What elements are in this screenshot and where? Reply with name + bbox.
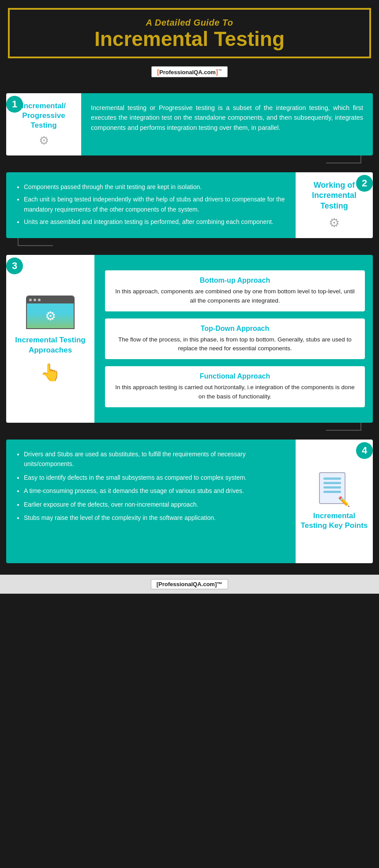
header-title: Incremental Testing [19,28,360,50]
section3-right-panel: Bottom-up Approach In this approach, com… [94,255,373,423]
list-item: Drivers and Stubs are used as substitute… [24,449,286,469]
logo-bar-top: [ProfessionalQA.com]™ [0,63,379,80]
browser-body: ⚙ [27,303,74,328]
connector-1-2 [0,155,379,163]
list-item: Components passed through the unit testi… [24,182,286,192]
browser-icon: ⚙ [26,296,75,329]
browser-dot [38,299,41,301]
section3-left-panel: ⚙ Incremental Testing Approaches 👆 [6,255,94,423]
section4-number: 4 [356,442,373,459]
section2-number: 2 [356,175,373,192]
approach-title-2: Top-Down Approach [112,325,358,333]
connector-3-4 [0,423,379,431]
browser-bar [27,296,74,303]
list-item: Stubs may raise the level of the complex… [24,513,286,523]
section4-list: Drivers and Stubs are used as substitute… [16,449,286,523]
approach-desc-3: In this approach testing is carried out … [112,383,358,401]
approach-desc-2: The flow of the process, in this phase, … [112,335,358,353]
footer-logo-text: ProfessionalQA.com [158,581,215,588]
doc-line [323,491,341,493]
approach-title-3: Functional Approach [112,372,358,380]
section2-list: Components passed through the unit testi… [16,182,286,227]
gear-icon-1: ⚙ [39,134,49,148]
approach-card-3: Functional Approach In this approach tes… [105,366,365,407]
logo-text: ProfessionalQA.com [159,69,216,76]
footer-logo-tm: ™ [217,581,222,588]
section2: 2 Components passed through the unit tes… [0,172,379,238]
connector-2-3 [0,238,379,246]
browser-gear-icon: ⚙ [45,309,56,323]
section3-left-title: Incremental Testing Approaches [12,335,88,356]
list-item: Easy to identify defects in the small su… [24,473,286,482]
logo-bottom: [ProfessionalQA.com]™ [151,579,229,589]
list-item: A time-consuming process, as it demands … [24,486,286,496]
connector-line [326,155,361,163]
doc-line [323,482,341,484]
header-subtitle: A Detailed Guide To [19,18,360,28]
header: A Detailed Guide To Incremental Testing [0,8,379,58]
gear-icon-2: ⚙ [329,216,340,230]
list-item: Units are assembled and integration test… [24,217,286,227]
section2-left-panel: Components passed through the unit testi… [6,172,296,238]
browser-dot [29,299,32,301]
doc-icon-wrap: ✏️ [319,472,350,508]
section4: 4 Drivers and Stubs are used as substitu… [0,440,379,563]
connector-line [326,423,361,431]
doc-line [323,486,341,489]
browser-dot [34,299,36,301]
approach-card-1: Bottom-up Approach In this approach, com… [105,270,365,311]
section3-number: 3 [6,258,23,274]
logo-top: [ProfessionalQA.com]™ [151,66,228,77]
logo-tm: ™ [218,68,222,72]
approach-card-2: Top-Down Approach The flow of the proces… [105,318,365,360]
section1: 1 Incremental/ Progressive Testing ⚙ Inc… [0,93,379,155]
approach-title-1: Bottom-up Approach [112,277,358,284]
doc-line [323,478,341,480]
section1-description: Incremental testing or Progressive testi… [81,93,373,155]
pencil-icon: ✏️ [338,496,350,508]
list-item: Each unit is being tested independently … [24,194,286,214]
connector-line [18,238,53,246]
section1-number: 1 [6,96,23,113]
hand-pointer-icon: 👆 [40,363,61,382]
section4-right-title: Incremental Testing Key Points [300,511,368,531]
section4-left-panel: Drivers and Stubs are used as substitute… [6,440,296,563]
list-item: Earlier exposure of the defects, over no… [24,500,286,509]
approach-desc-1: In this approach, components are combine… [112,287,358,305]
footer: [ProfessionalQA.com]™ [0,575,379,594]
section3: 3 ⚙ Incremental Testing Approaches 👆 Bot… [0,255,379,423]
